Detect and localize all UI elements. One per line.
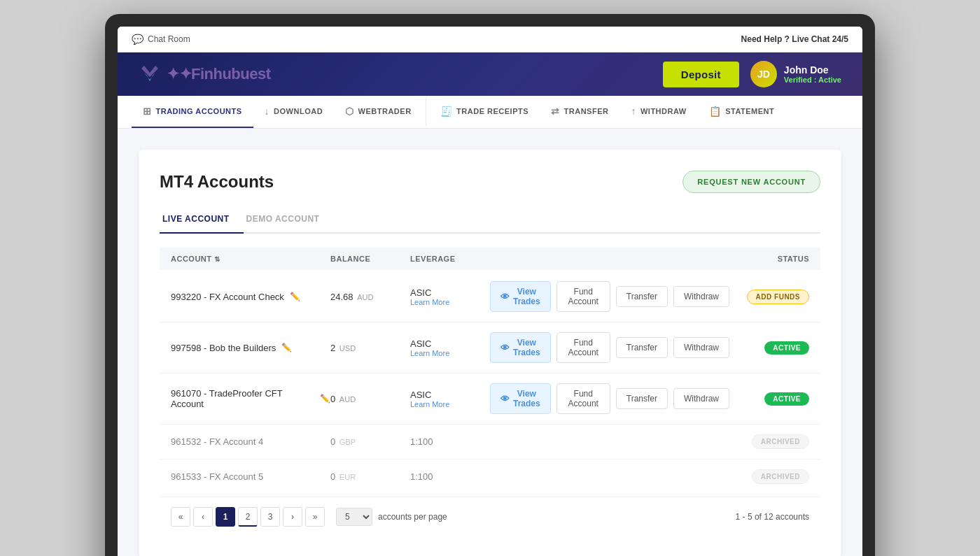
screen: 💬 Chat Room Need Help ? Live Chat 24/5 ✦… — [118, 27, 862, 556]
pagination-bar: « ‹ 1 2 3 › » 5 10 25 — [160, 497, 820, 536]
account-name-2: 997598 - Bob the Builders ✏️ — [171, 343, 330, 353]
trading-accounts-icon: ⊞ — [143, 106, 152, 117]
table-row: 961532 - FX Account 4 0 GBP 1:100 ARCHIV… — [160, 425, 820, 459]
nav-item-statement[interactable]: 📋 STATEMENT — [698, 96, 786, 128]
transfer-button-2[interactable]: Transfer — [616, 337, 668, 358]
pagination-controls: « ‹ 1 2 3 › » — [171, 507, 325, 527]
pagination-left: « ‹ 1 2 3 › » 5 10 25 — [171, 507, 447, 527]
learn-more-link-3[interactable]: Learn More — [410, 400, 490, 408]
svg-marker-0 — [141, 66, 158, 77]
user-details: John Doe Verified : Active — [784, 64, 841, 84]
col-actions — [490, 255, 729, 263]
col-account: ACCOUNT ⇅ — [171, 255, 330, 263]
view-trades-button-3[interactable]: 👁 View Trades — [490, 383, 551, 414]
nav-item-download[interactable]: ↓ DOWNLOAD — [253, 96, 335, 128]
navigation: ⊞ TRADING ACCOUNTS ↓ DOWNLOAD ⬡ WEBTRADE… — [118, 96, 862, 129]
logo: ✦✦Finhubuest — [139, 63, 271, 85]
account-name-1: 993220 - FX Account Check ✏️ — [171, 292, 330, 302]
eye-icon-2: 👁 — [500, 343, 510, 353]
account-name-3: 961070 - TradeProofer CFT Account ✏️ — [171, 388, 330, 409]
page-button-1[interactable]: 1 — [216, 507, 235, 527]
table-row: 993220 - FX Account Check ✏️ 24.68 AUD A… — [160, 271, 820, 322]
learn-more-link-2[interactable]: Learn More — [410, 349, 490, 357]
page-title: MT4 Accounts — [160, 172, 274, 192]
balance-1: 24.68 AUD — [330, 292, 410, 302]
col-balance: BALANCE — [330, 255, 410, 263]
trade-receipts-icon: 🧾 — [440, 106, 453, 117]
transfer-button-1[interactable]: Transfer — [616, 286, 668, 307]
account-tabs: LIVE ACCOUNT DEMO ACCOUNT — [160, 207, 820, 234]
row-actions-2: 👁 View Trades Fund Account Transfer With… — [490, 332, 729, 363]
withdraw-icon: ↑ — [631, 106, 636, 117]
header-right: Deposit JD John Doe Verified : Active — [663, 61, 841, 87]
withdraw-button-3[interactable]: Withdraw — [673, 388, 729, 409]
last-page-button[interactable]: » — [305, 507, 325, 527]
fund-account-button-2[interactable]: Fund Account — [556, 332, 610, 363]
status-badge-4: ARCHIVED — [752, 434, 809, 449]
request-new-account-button[interactable]: REQUEST NEW ACCOUNT — [682, 171, 820, 193]
view-trades-button-1[interactable]: 👁 View Trades — [490, 281, 551, 312]
fund-account-button-3[interactable]: Fund Account — [556, 383, 610, 414]
view-trades-button-2[interactable]: 👁 View Trades — [490, 332, 551, 363]
fund-account-button-1[interactable]: Fund Account — [556, 281, 610, 312]
table-header: ACCOUNT ⇅ BALANCE LEVERAGE STATUS — [160, 248, 820, 270]
status-cell-5: ARCHIVED — [729, 469, 809, 484]
table-row: 961070 - TradeProofer CFT Account ✏️ 0 A… — [160, 373, 820, 425]
help-text: Need Help ? — [741, 34, 790, 44]
tab-live-account[interactable]: LIVE ACCOUNT — [160, 207, 244, 234]
learn-more-link-1[interactable]: Learn More — [410, 298, 490, 306]
nav-item-transfer[interactable]: ⇄ TRANSFER — [540, 96, 620, 128]
per-page-label: accounts per page — [378, 512, 447, 522]
status-badge-1: ADD FUNDS — [747, 290, 809, 304]
leverage-5: 1:100 — [410, 471, 490, 482]
user-info: JD John Doe Verified : Active — [750, 61, 841, 87]
live-chat-label[interactable]: Live Chat 24/5 — [792, 34, 848, 44]
first-page-button[interactable]: « — [171, 507, 190, 527]
transfer-button-3[interactable]: Transfer — [616, 388, 668, 409]
user-name: John Doe — [784, 64, 841, 76]
leverage-3: ASIC Learn More — [410, 390, 490, 408]
withdraw-button-2[interactable]: Withdraw — [673, 337, 729, 358]
table-row: 997598 - Bob the Builders ✏️ 2 USD ASIC … — [160, 322, 820, 373]
top-bar-left: 💬 Chat Room — [132, 34, 190, 45]
chat-icon: 💬 — [132, 34, 144, 45]
page-button-2[interactable]: 2 — [238, 507, 258, 527]
nav-item-webtrader[interactable]: ⬡ WEBTRADER — [334, 96, 423, 128]
tab-demo-account[interactable]: DEMO ACCOUNT — [244, 207, 334, 234]
webtrader-icon: ⬡ — [345, 106, 354, 117]
account-name-5: 961533 - FX Account 5 — [171, 471, 330, 482]
leverage-1: ASIC Learn More — [410, 287, 490, 306]
withdraw-button-1[interactable]: Withdraw — [673, 286, 729, 307]
status-cell-4: ARCHIVED — [729, 434, 809, 449]
page-button-3[interactable]: 3 — [260, 507, 280, 527]
accounts-table: ACCOUNT ⇅ BALANCE LEVERAGE STATUS 993220… — [160, 248, 820, 494]
deposit-button[interactable]: Deposit — [663, 62, 739, 87]
chat-room-label[interactable]: Chat Room — [148, 34, 190, 44]
nav-divider — [426, 98, 426, 126]
next-page-button[interactable]: › — [283, 507, 302, 527]
edit-icon-2[interactable]: ✏️ — [281, 343, 292, 352]
status-cell-1: ADD FUNDS — [729, 290, 809, 304]
status-badge-3: ACTIVE — [764, 392, 809, 406]
balance-4: 0 GBP — [330, 436, 410, 447]
balance-5: 0 EUR — [330, 471, 410, 482]
per-page-dropdown[interactable]: 5 10 25 — [336, 508, 372, 526]
nav-item-trade-receipts[interactable]: 🧾 TRADE RECEIPTS — [429, 96, 540, 128]
col-leverage: LEVERAGE — [410, 255, 490, 263]
nav-item-withdraw[interactable]: ↑ WITHDRAW — [620, 96, 697, 128]
leverage-2: ASIC Learn More — [410, 338, 490, 357]
edit-icon-3[interactable]: ✏️ — [320, 394, 330, 404]
edit-icon-1[interactable]: ✏️ — [290, 292, 300, 301]
leverage-4: 1:100 — [410, 436, 490, 447]
nav-item-trading-accounts[interactable]: ⊞ TRADING ACCOUNTS — [132, 96, 253, 128]
header: ✦✦Finhubuest Deposit JD John Doe Verifie… — [118, 52, 862, 96]
card-header: MT4 Accounts REQUEST NEW ACCOUNT — [160, 171, 820, 193]
prev-page-button[interactable]: ‹ — [193, 507, 213, 527]
main-content: MT4 Accounts REQUEST NEW ACCOUNT LIVE AC… — [118, 129, 862, 556]
status-cell-2: ACTIVE — [729, 341, 809, 355]
logo-text: ✦✦Finhubuest — [167, 65, 271, 83]
content-card: MT4 Accounts REQUEST NEW ACCOUNT LIVE AC… — [139, 150, 841, 556]
avatar: JD — [750, 61, 777, 87]
row-actions-3: 👁 View Trades Fund Account Transfer With… — [490, 383, 729, 414]
account-name-4: 961532 - FX Account 4 — [171, 436, 330, 447]
